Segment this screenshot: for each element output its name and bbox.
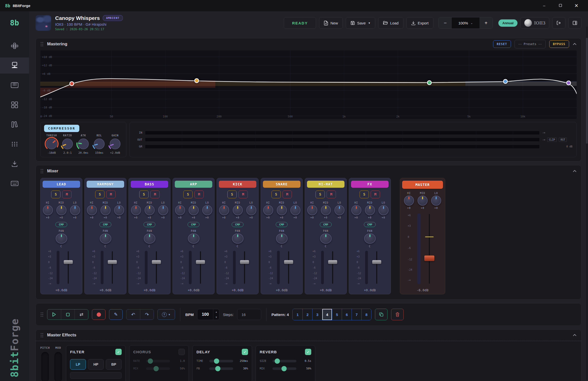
- solo-button[interactable]: S: [227, 190, 237, 198]
- fader-track[interactable]: [288, 251, 289, 284]
- mod-slider[interactable]: MOD: [54, 346, 62, 381]
- channel-compressor-toggle[interactable]: CMP: [99, 222, 112, 227]
- channel-compressor-toggle[interactable]: CMP: [55, 222, 67, 227]
- fader-track[interactable]: [200, 251, 201, 284]
- channel-name-header[interactable]: BASS: [131, 181, 168, 188]
- eq-knob-mid[interactable]: [189, 205, 199, 215]
- user-menu[interactable]: IOII3: [521, 17, 549, 29]
- scrollbar-thumb[interactable]: [586, 38, 588, 144]
- fader-track[interactable]: [332, 251, 333, 284]
- pan-knob[interactable]: [144, 233, 155, 244]
- mute-button[interactable]: M: [238, 190, 248, 198]
- help-menu-button[interactable]: ?▼: [157, 309, 175, 320]
- eq-knob-lo[interactable]: [431, 196, 441, 206]
- pattern-button-6[interactable]: 6: [342, 309, 352, 320]
- sidebar-item-library[interactable]: [0, 116, 29, 133]
- drag-handle-icon[interactable]: [40, 312, 44, 317]
- eq-knob-mid[interactable]: [56, 205, 66, 215]
- eq-knob-hi[interactable]: [307, 205, 317, 215]
- compressor-knob[interactable]: [108, 137, 122, 151]
- fader-handle[interactable]: [64, 260, 73, 264]
- param-slider-mix[interactable]: [272, 367, 296, 370]
- edit-button[interactable]: ✎: [109, 309, 123, 320]
- eq-knob-mid[interactable]: [365, 205, 375, 215]
- eq-reset-button[interactable]: RESET: [493, 40, 511, 48]
- play-button[interactable]: [47, 309, 61, 320]
- param-slider-mix[interactable]: [146, 367, 170, 370]
- compressor-knob[interactable]: [92, 137, 106, 151]
- pitch-slider[interactable]: PITCH: [40, 346, 50, 381]
- mod-slider-track[interactable]: [54, 352, 62, 381]
- pan-knob[interactable]: [276, 233, 288, 244]
- channel-compressor-toggle[interactable]: CMP: [144, 222, 156, 227]
- eq-knob-mid[interactable]: [277, 205, 287, 215]
- mute-button[interactable]: M: [194, 190, 204, 198]
- eq-knob-hi[interactable]: [131, 205, 141, 215]
- zoom-in-button[interactable]: +: [479, 17, 493, 28]
- eq-knob-lo[interactable]: [158, 205, 168, 215]
- sidebar-item-piano[interactable]: [0, 77, 29, 93]
- param-slider-rate[interactable]: [146, 360, 170, 362]
- solo-button[interactable]: S: [271, 190, 281, 198]
- pitch-slider-track[interactable]: [41, 352, 49, 381]
- solo-button[interactable]: S: [139, 190, 149, 198]
- channel-compressor-toggle[interactable]: CMP: [188, 222, 200, 227]
- effect-enable-checkbox[interactable]: ✓: [242, 349, 248, 355]
- eq-band-point-high-mid[interactable]: [503, 79, 508, 84]
- toggle-panel-button[interactable]: [568, 17, 581, 29]
- fader-handle[interactable]: [152, 260, 161, 264]
- pattern-button-8[interactable]: 8: [361, 309, 371, 320]
- solo-button[interactable]: S: [316, 190, 325, 198]
- eq-knob-hi[interactable]: [219, 205, 229, 215]
- pan-knob[interactable]: [100, 233, 111, 244]
- drag-handle-icon[interactable]: [40, 333, 44, 338]
- redo-button[interactable]: ↷: [140, 309, 154, 320]
- eq-graph[interactable]: +18 dB+12 dB+6 dB-6 dB-12 dB-18 dB-24 dB…: [40, 50, 577, 119]
- fader-track[interactable]: [112, 251, 113, 284]
- sidebar-item-keyboard[interactable]: [0, 175, 29, 192]
- pattern-button-7[interactable]: 7: [352, 309, 361, 320]
- fader-track[interactable]: [244, 251, 245, 284]
- fader-track[interactable]: [68, 251, 69, 284]
- fader-track[interactable]: [429, 214, 430, 284]
- slider-handle[interactable]: [215, 366, 221, 371]
- eq-knob-hi[interactable]: [404, 196, 414, 206]
- fader-track[interactable]: [376, 251, 377, 284]
- eq-knob-hi[interactable]: [43, 205, 53, 215]
- collapse-chevron-icon[interactable]: [573, 170, 577, 172]
- eq-knob-hi[interactable]: [87, 205, 97, 215]
- pattern-button-3[interactable]: 3: [312, 309, 322, 320]
- eq-knob-mid[interactable]: [100, 205, 111, 215]
- slider-handle[interactable]: [275, 358, 280, 364]
- record-button[interactable]: [92, 309, 106, 320]
- save-button[interactable]: Save ▼: [346, 17, 375, 29]
- minimize-icon[interactable]: –: [541, 4, 547, 8]
- eq-knob-lo[interactable]: [334, 205, 344, 215]
- mute-button[interactable]: M: [106, 190, 116, 198]
- close-icon[interactable]: ✕: [573, 3, 579, 9]
- bpm-input[interactable]: 100 ▲▼: [197, 309, 219, 320]
- bpm-stepper[interactable]: ▲▼: [213, 309, 219, 320]
- solo-button[interactable]: S: [183, 190, 193, 198]
- slider-handle[interactable]: [154, 366, 159, 371]
- filter-mode-hp[interactable]: HP: [88, 359, 104, 370]
- fader-handle[interactable]: [196, 260, 205, 264]
- duplicate-pattern-button[interactable]: [375, 309, 388, 320]
- compressor-knob[interactable]: [45, 137, 59, 151]
- zoom-out-button[interactable]: −: [439, 17, 452, 28]
- param-slider-size[interactable]: [272, 360, 296, 362]
- channel-name-header[interactable]: HARMONY: [87, 181, 124, 188]
- fader-handle[interactable]: [240, 260, 249, 264]
- eq-knob-hi[interactable]: [351, 205, 361, 215]
- mute-button[interactable]: M: [62, 190, 72, 198]
- undo-button[interactable]: ↶: [126, 309, 140, 320]
- stop-button[interactable]: [61, 309, 75, 320]
- pan-knob[interactable]: [56, 233, 67, 244]
- fader-handle[interactable]: [424, 256, 434, 261]
- eq-knob-hi[interactable]: [175, 205, 185, 215]
- collapse-chevron-icon[interactable]: [573, 334, 577, 336]
- pattern-button-5[interactable]: 5: [332, 309, 342, 320]
- mute-button[interactable]: M: [150, 190, 160, 198]
- delete-pattern-button[interactable]: [391, 309, 404, 320]
- channel-name-header[interactable]: KICK: [219, 181, 256, 188]
